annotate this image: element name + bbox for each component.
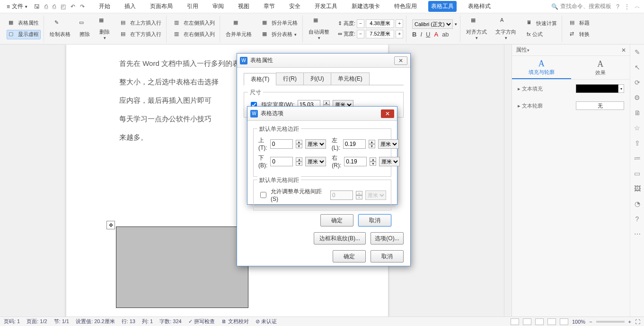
help-icon[interactable]: ? — [616, 3, 619, 10]
eraser-icon: ▭ — [79, 19, 90, 31]
height-minus[interactable]: − — [357, 19, 364, 28]
ribbon-tabs: 开始插入页面布局引用审阅视图章节安全开发工具新建选项卡特色应用表格工具表格样式 — [96, 1, 494, 12]
title-row-button[interactable]: ▤标题 — [568, 18, 591, 28]
convert-button[interactable]: ⇄转换 — [568, 30, 591, 39]
ins-right-icon: ▥ — [174, 31, 182, 38]
print-icon[interactable]: ⎙ — [53, 3, 56, 10]
convert-icon: ⇄ — [570, 31, 577, 38]
table-properties-button[interactable]: ▦表格属性 — [7, 18, 41, 28]
autofit-icon: ▦ — [313, 17, 325, 28]
formula-button[interactable]: fx 公式 — [525, 30, 559, 39]
width-label: 宽度: — [344, 30, 355, 37]
tab-2[interactable]: 页面布局 — [147, 1, 176, 12]
text-direction-button[interactable]: A文字方向▾ — [493, 17, 519, 40]
italic-button[interactable]: I — [420, 31, 422, 38]
insert-row-below-button[interactable]: ▤在下方插入行 — [119, 30, 163, 39]
width-minus[interactable]: − — [357, 30, 364, 38]
highlight-button[interactable]: ab — [442, 31, 449, 38]
search-box[interactable]: 🔍 查找命令、搜索模板 — [551, 2, 611, 10]
width-icon: ⇔ — [338, 31, 342, 37]
search-icon: 🔍 — [551, 3, 558, 10]
pencil-icon: ✎ — [54, 19, 66, 31]
chevron-down-icon: ▾ — [104, 36, 106, 40]
tab-9[interactable]: 新建选项卡 — [349, 1, 383, 12]
tab-5[interactable]: 视图 — [235, 1, 252, 12]
width-input[interactable] — [366, 30, 394, 38]
underline-button[interactable]: U — [426, 31, 430, 38]
tab-4[interactable]: 审阅 — [210, 1, 227, 12]
save-icon[interactable]: 🖫 — [34, 3, 40, 10]
file-menu[interactable]: ≡ 文件 ▾ — [4, 1, 30, 11]
print-preview-icon[interactable]: ⎙ — [44, 3, 48, 10]
search-placeholder: 查找命令、搜索模板 — [560, 2, 611, 10]
draw-table-button[interactable]: ✎绘制表格 — [47, 19, 73, 38]
insert-col-right-button[interactable]: ▥在右侧插入列 — [172, 30, 217, 39]
show-border-button[interactable]: ▢显示虚框 — [7, 30, 41, 39]
tab-8[interactable]: 开发工具 — [312, 1, 340, 12]
fast-calc-button[interactable]: 🖩快速计算 — [525, 18, 559, 28]
width-plus[interactable]: + — [396, 30, 403, 38]
font-select[interactable]: Calibri (正文) — [412, 19, 453, 29]
split-cell-icon: ▦ — [262, 19, 270, 27]
ins-below-icon: ▤ — [121, 31, 128, 38]
chevron-down-icon: ▾ — [25, 4, 27, 9]
split-table-button[interactable]: ▦拆分表格▾ — [260, 30, 300, 39]
insert-col-left-button[interactable]: ▥在左侧插入列 — [172, 18, 217, 28]
title-icon: ▤ — [570, 19, 577, 27]
tab-12[interactable]: 表格样式 — [465, 1, 494, 12]
tab-11[interactable]: 表格工具 — [428, 1, 457, 12]
menu-icon: ≡ — [7, 3, 10, 10]
delete-icon: ▦ — [99, 17, 110, 28]
align-button[interactable]: ▦对齐方式▾ — [463, 17, 490, 40]
tab-0[interactable]: 开始 — [96, 1, 113, 12]
text-dir-icon: A — [500, 17, 512, 28]
redo-icon[interactable]: ↷ — [80, 3, 85, 10]
align-icon: ▦ — [471, 17, 482, 28]
height-label: 高度: — [344, 20, 355, 27]
split-table-icon: ▦ — [262, 31, 270, 38]
merge-cells-button[interactable]: ▦合并单元格 — [223, 19, 255, 38]
quick-access-toolbar: 🖫 ⎙ ⎙ ◰ ↶ ↷ — [34, 3, 85, 10]
tab-1[interactable]: 插入 — [122, 1, 139, 12]
collapse-ribbon-icon[interactable]: ︿ — [635, 2, 640, 10]
merge-icon: ▦ — [233, 19, 245, 31]
file-label: 文件 — [12, 2, 23, 10]
height-plus[interactable]: + — [396, 19, 403, 28]
undo-icon[interactable]: ↶ — [71, 3, 75, 10]
border-icon: ▢ — [9, 31, 16, 38]
erase-button[interactable]: ▭擦除 — [76, 19, 93, 38]
autofit-button[interactable]: ▦自动调整▾ — [306, 17, 332, 40]
more-icon[interactable]: ⋮ — [624, 3, 630, 10]
delete-button[interactable]: ▦删除▾ — [96, 17, 113, 40]
height-input[interactable] — [366, 19, 394, 28]
font-color-button[interactable]: A — [434, 31, 438, 38]
height-icon: ⇕ — [338, 20, 342, 27]
tab-6[interactable]: 章节 — [261, 1, 278, 12]
tab-10[interactable]: 特色应用 — [391, 1, 420, 12]
insert-row-above-button[interactable]: ▤在上方插入行 — [119, 18, 163, 28]
table-props-icon: ▦ — [9, 19, 16, 27]
calc-icon: 🖩 — [527, 19, 534, 27]
tab-7[interactable]: 安全 — [286, 1, 303, 12]
ins-left-icon: ▥ — [174, 19, 182, 27]
bold-button[interactable]: B — [412, 31, 416, 38]
preview-icon[interactable]: ◰ — [61, 3, 66, 10]
tab-3[interactable]: 引用 — [184, 1, 201, 12]
ins-above-icon: ▤ — [121, 19, 128, 27]
split-cell-button[interactable]: ▦拆分单元格 — [260, 18, 300, 28]
